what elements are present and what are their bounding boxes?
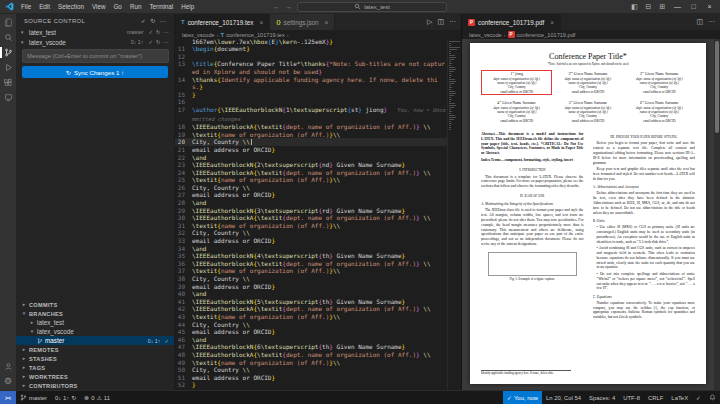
more-actions-icon[interactable]: ⋯ [708,18,715,26]
code-line: 47\IEEEauthorblockN{6\textsuperscript{th… [175,343,447,351]
eol-status[interactable]: CRLF [644,391,667,404]
repo-row-latex-vscode[interactable]: ▾ latex_vscode 0↓ 1↑ ✓↻⋯ [16,37,174,47]
pdf-file-icon: P [508,31,515,38]
commit-action-icon[interactable]: ✓ [141,17,146,24]
section-commits[interactable]: ▸ COMMITS [16,300,174,309]
tab-bar: T conference_101719.tex × {} settings.js… [175,14,461,30]
branches-repo-latex-vscode[interactable]: ▾ latex_vscode [16,327,174,336]
section-remotes[interactable]: ▸ REMOTES [16,345,174,354]
navigate-back-icon[interactable]: ← [273,3,280,10]
menu-help[interactable]: Help [177,3,198,10]
menu-terminal[interactable]: Terminal [145,3,177,10]
search-icon[interactable] [0,30,16,45]
line-number: 23 [175,161,192,169]
language-mode-status[interactable]: LaTeX [667,391,692,404]
cursor-position-status[interactable]: Ln 20, Col 54 [542,391,585,404]
remote-indicator[interactable]: >< [0,391,16,404]
branches-repo-latex-test[interactable]: ▸ latex_test [16,318,174,327]
minimize-button[interactable]: — [670,0,685,13]
run-debug-icon[interactable] [0,60,16,75]
close-button[interactable]: × [702,0,717,13]
code-line: 42\IEEEauthorblockA{\textit{dept. name o… [175,305,447,313]
navigate-forward-icon[interactable]: → [285,3,292,10]
refresh-icon[interactable]: ↻ [150,17,155,24]
chevron-right-icon: ▸ [21,374,27,379]
menu-go[interactable]: Go [109,3,125,10]
line-number: 31 [175,222,192,230]
breadcrumb[interactable]: latex_vscode › T conference_101719.tex › [175,30,461,39]
bell-icon [709,394,716,401]
problems-status[interactable]: ⊗ 0 ⚠ 11 [80,391,114,404]
refresh-icon[interactable]: ↻ [156,29,161,35]
figure-caption: Fig. 1: Example of a figure caption. [481,277,584,281]
customize-layout-icon[interactable]: ⊞ [656,1,669,13]
tab-settings-json[interactable]: {} settings.json × [270,14,335,30]
more-actions-icon[interactable]: ⋯ [449,18,456,26]
author-affiliation-line: email address or ORCID [484,90,549,94]
section-branches[interactable]: ▾ BRANCHES [16,309,174,318]
section-stashes[interactable]: ▸ STASHES [16,354,174,363]
account-icon[interactable] [0,359,16,374]
sync-changes-button[interactable]: ↻ Sync Changes 1 ↑ [22,66,168,78]
minimap[interactable] [447,39,461,390]
source-control-icon[interactable] [0,45,16,60]
line-content: \and [192,199,447,207]
code-editor[interactable]: 10\def\BibTeX{{\rm B\kern-.05em{\sc i\ke… [175,39,461,390]
pdf-viewer[interactable]: Conference Paper Title* *Note: Sub-title… [462,39,720,390]
blame-status[interactable]: ✓ You, now [503,391,542,404]
indentation-status[interactable]: Spaces: 4 [585,391,619,404]
sync-status[interactable]: 0↓ 1↑ ↻ [51,391,80,404]
more-actions-icon[interactable]: ⋯ [164,39,169,45]
menu-selection[interactable]: Selection [54,3,88,10]
code-line: 22\and [175,154,447,162]
sidebar-title: SOURCE CONTROL [24,18,85,24]
pdf-scrollbar[interactable] [714,39,720,390]
refresh-icon[interactable]: ↻ [156,39,161,45]
line-number: 48 [175,351,192,359]
maximize-button[interactable]: □ [686,0,701,13]
build-run-icon[interactable]: ▷ [427,18,432,26]
commit-action-icon[interactable]: ✓ [149,39,154,45]
toggle-sidebar-icon[interactable]: ◧ [628,1,641,13]
line-number: 20 [175,138,192,146]
tab-conference-pdf[interactable]: P conference_101719.pdf × [462,14,561,30]
section-worktrees[interactable]: ▸ WORKTREES [16,372,174,381]
remote-explorer-icon[interactable] [0,90,16,105]
status-bar: >< master 0↓ 1↑ ↻ ⊗ 0 ⚠ 11 ✓ You, now Ln… [0,390,720,404]
explorer-icon[interactable] [0,15,16,30]
tab-conference-tex[interactable]: T conference_101719.tex × [175,14,270,30]
repo-row-latex-test[interactable]: ▾ latex_test master ✓↻⋯ [16,27,174,37]
section-contributors[interactable]: ▸ CONTRIBUTORS [16,381,174,390]
line-number: 24 [175,169,192,177]
line-number: 39 [175,283,192,291]
commit-message-input[interactable] [22,49,169,63]
toggle-panel-icon[interactable]: ⊟ [642,1,655,13]
menu-run[interactable]: Run [126,3,146,10]
split-editor-icon[interactable]: ◫ [437,18,444,26]
minimap-line [449,43,451,44]
close-icon[interactable]: × [325,19,329,26]
branch-item-master[interactable]: master 0↓ 1↑ ✓ [16,336,174,345]
branch-status[interactable]: master [16,391,51,404]
latex-build-status[interactable]: ✓ [692,391,705,404]
line-number: 27 [175,191,192,199]
pdf-para: Define abbreviations and acronyms the fi… [593,191,696,215]
close-icon[interactable]: × [260,19,264,26]
notifications-bell[interactable] [705,391,720,404]
menu-file[interactable]: File [17,3,35,10]
menu-view[interactable]: View [88,3,110,10]
scrollbar-thumb[interactable] [715,41,719,133]
breadcrumb[interactable]: latex_vscode › P conference_101719.pdf [462,30,720,39]
more-actions-icon[interactable]: ⋯ [164,29,169,35]
commit-action-icon[interactable]: ✓ [149,29,154,35]
encoding-status[interactable]: UTF-8 [619,391,644,404]
more-actions-icon[interactable]: ⋯ [160,17,166,24]
close-icon[interactable]: × [550,19,554,26]
command-center[interactable]: latex_test [297,2,447,12]
section-tags[interactable]: ▸ TAGS [16,363,174,372]
split-editor-icon[interactable]: ◫ [696,18,703,26]
code-line: 43\textit{name of organization (of Aff.)… [175,313,447,321]
extensions-icon[interactable] [0,75,16,90]
settings-gear-icon[interactable]: ⚙ [0,374,16,389]
menu-edit[interactable]: Edit [35,3,54,10]
